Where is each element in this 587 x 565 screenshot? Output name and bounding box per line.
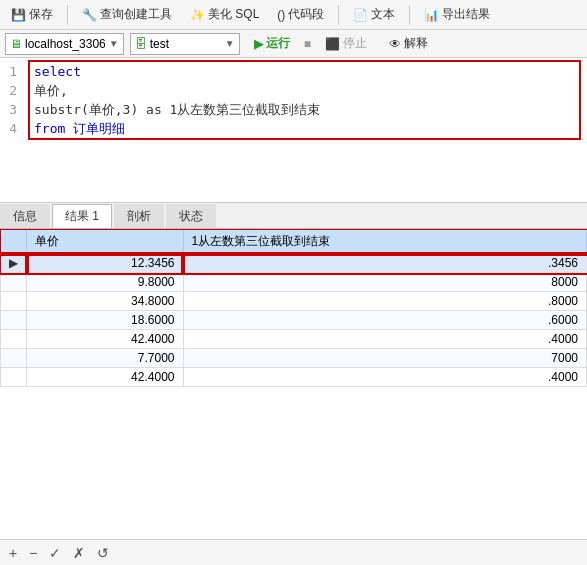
- db-icon: 🗄: [135, 37, 147, 51]
- row-pointer-cell: [1, 349, 27, 368]
- text-icon: 📄: [353, 8, 368, 22]
- query-icon: 🔧: [82, 8, 97, 22]
- export-icon: 📊: [424, 8, 439, 22]
- row-pointer-cell: [1, 292, 27, 311]
- th-danjia: 单价: [27, 230, 184, 254]
- cell-result: .8000: [183, 292, 587, 311]
- row-pointer-cell: [1, 273, 27, 292]
- host-dropdown-arrow: ▼: [109, 38, 119, 49]
- cell-danjia: 42.4000: [27, 330, 184, 349]
- cell-result: 8000: [183, 273, 587, 292]
- th-empty: [1, 230, 27, 254]
- query-tool-button[interactable]: 🔧 查询创建工具: [76, 4, 178, 25]
- run-icon: ▶: [254, 37, 263, 51]
- bottom-bar: + − ✓ ✗ ↺: [0, 539, 587, 565]
- table-row: 7.70007000: [1, 349, 587, 368]
- code-line-2: 单价,: [34, 81, 587, 100]
- results-wrapper: 信息 结果 1 剖析 状态 单价: [0, 203, 587, 565]
- stop-button[interactable]: ⬛ 停止: [317, 33, 375, 54]
- code-line-1: select: [34, 62, 587, 81]
- add-row-button[interactable]: +: [6, 544, 20, 562]
- cell-danjia: 7.7000: [27, 349, 184, 368]
- save-button[interactable]: 💾 保存: [5, 4, 59, 25]
- keyword-select: select: [34, 64, 81, 79]
- cell-danjia: 34.8000: [27, 292, 184, 311]
- tab-status[interactable]: 状态: [166, 204, 216, 228]
- explain-button[interactable]: 👁 解释: [381, 33, 436, 54]
- sep-pipe: ■: [304, 37, 311, 51]
- table-row: 9.80008000: [1, 273, 587, 292]
- tab-info[interactable]: 信息: [0, 204, 50, 228]
- save-icon: 💾: [11, 8, 26, 22]
- code-from: from 订单明细: [34, 121, 125, 136]
- line-num-4: 4: [0, 119, 21, 138]
- cell-result: .4000: [183, 330, 587, 349]
- text-button[interactable]: 📄 文本: [347, 4, 401, 25]
- line-num-3: 3: [0, 100, 21, 119]
- beautify-icon: ✨: [190, 8, 205, 22]
- table-row: 42.4000.4000: [1, 330, 587, 349]
- table-header-row: 单价 1从左数第三位截取到结束: [1, 230, 587, 254]
- tab-bar: 信息 结果 1 剖析 状态: [0, 203, 587, 229]
- cell-danjia: 12.3456: [27, 254, 184, 273]
- results-table: 单价 1从左数第三位截取到结束 ▶12.3456.34569.800080003…: [0, 229, 587, 387]
- cancel-button[interactable]: ✗: [70, 544, 88, 562]
- row-pointer-cell: ▶: [1, 254, 27, 273]
- editor-area[interactable]: 1 2 3 4 select 单价, substr(单价,3) as 1从左数第…: [0, 58, 587, 203]
- stop-icon: ⬛: [325, 37, 340, 51]
- table-row: 34.8000.8000: [1, 292, 587, 311]
- table-row: ▶12.3456.3456: [1, 254, 587, 273]
- code-lines: select 单价, substr(单价,3) as 1从左数第三位截取到结束 …: [34, 62, 587, 138]
- database-select[interactable]: 🗄 test ▼: [130, 33, 240, 55]
- connection-bar: 🖥 localhost_3306 ▼ 🗄 test ▼ ▶ 运行 ■ ⬛ 停止 …: [0, 30, 587, 58]
- separator: [67, 5, 68, 25]
- cell-result: .3456: [183, 254, 587, 273]
- remove-row-button[interactable]: −: [26, 544, 40, 562]
- beautify-button[interactable]: ✨ 美化 SQL: [184, 4, 265, 25]
- cell-result: .4000: [183, 368, 587, 387]
- row-pointer-cell: [1, 311, 27, 330]
- row-pointer-cell: [1, 368, 27, 387]
- refresh-button[interactable]: ↺: [94, 544, 112, 562]
- code-icon: (): [277, 8, 285, 22]
- main-window: 💾 保存 🔧 查询创建工具 ✨ 美化 SQL () 代码段 📄 文本 📊 导出结…: [0, 0, 587, 565]
- code-line-4: from 订单明细: [34, 119, 587, 138]
- run-button[interactable]: ▶ 运行: [246, 33, 298, 54]
- row-pointer-cell: [1, 330, 27, 349]
- host-icon: 🖥: [10, 37, 22, 51]
- cell-danjia: 18.6000: [27, 311, 184, 330]
- code-line-3: substr(单价,3) as 1从左数第三位截取到结束: [34, 100, 587, 119]
- tab-result1[interactable]: 结果 1: [52, 204, 112, 228]
- th-result: 1从左数第三位截取到结束: [183, 230, 587, 254]
- code-substr: substr(单价,3) as 1从左数第三位截取到结束: [34, 102, 320, 117]
- code-danjia: 单价,: [34, 83, 68, 98]
- line-numbers: 1 2 3 4: [0, 62, 28, 138]
- code-segment-button[interactable]: () 代码段: [271, 4, 330, 25]
- explain-icon: 👁: [389, 37, 401, 51]
- line-num-2: 2: [0, 81, 21, 100]
- cell-danjia: 42.4000: [27, 368, 184, 387]
- separator3: [409, 5, 410, 25]
- host-select[interactable]: 🖥 localhost_3306 ▼: [5, 33, 124, 55]
- cell-result: 7000: [183, 349, 587, 368]
- line-num-1: 1: [0, 62, 21, 81]
- results-area[interactable]: 单价 1从左数第三位截取到结束 ▶12.3456.34569.800080003…: [0, 229, 587, 539]
- editor-content: 1 2 3 4 select 单价, substr(单价,3) as 1从左数第…: [0, 62, 587, 138]
- confirm-button[interactable]: ✓: [46, 544, 64, 562]
- tab-profile[interactable]: 剖析: [114, 204, 164, 228]
- cell-result: .6000: [183, 311, 587, 330]
- cell-danjia: 9.8000: [27, 273, 184, 292]
- toolbar: 💾 保存 🔧 查询创建工具 ✨ 美化 SQL () 代码段 📄 文本 📊 导出结…: [0, 0, 587, 30]
- separator2: [338, 5, 339, 25]
- db-dropdown-arrow: ▼: [225, 38, 235, 49]
- table-row: 18.6000.6000: [1, 311, 587, 330]
- export-button[interactable]: 📊 导出结果: [418, 4, 496, 25]
- table-row: 42.4000.4000: [1, 368, 587, 387]
